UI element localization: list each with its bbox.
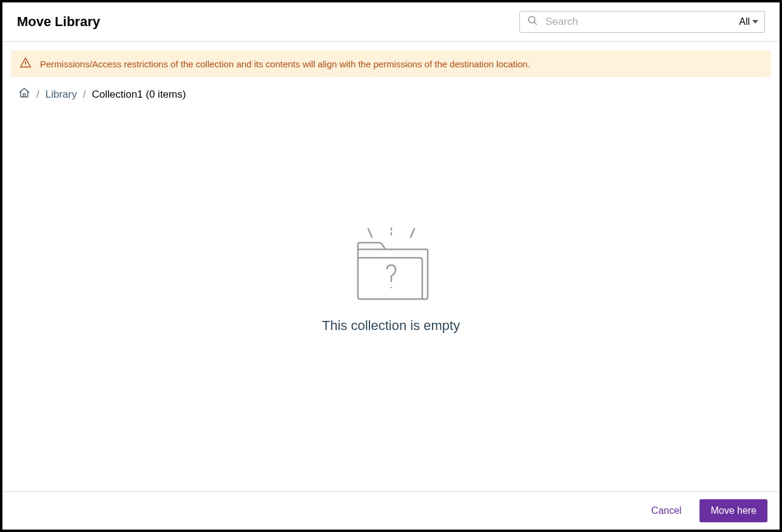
search-filter-label: All [739,16,750,27]
search-filter-dropdown[interactable]: All [739,16,758,27]
svg-point-3 [25,65,25,66]
empty-folder-icon [352,226,431,305]
breadcrumb-current: Collection1 (0 items) [92,89,186,101]
warning-icon [19,56,32,71]
warning-banner: Permissions/Access restrictions of the c… [11,50,771,77]
search-icon [527,15,538,29]
breadcrumb-separator: / [83,89,86,101]
home-icon[interactable] [18,87,30,102]
svg-line-4 [368,229,372,237]
modal-header: Move Library All [2,2,780,42]
breadcrumb-separator: / [36,89,39,101]
breadcrumb: / Library / Collection1 (0 items) [2,83,780,108]
search-input[interactable] [545,16,739,28]
breadcrumb-library-link[interactable]: Library [46,89,77,101]
svg-line-6 [411,229,414,237]
svg-line-1 [534,22,537,25]
cancel-button[interactable]: Cancel [644,500,689,521]
warning-text: Permissions/Access restrictions of the c… [40,59,530,69]
caret-down-icon [752,16,758,27]
empty-message: This collection is empty [322,318,460,334]
move-here-button[interactable]: Move here [699,499,767,522]
modal-title: Move Library [17,14,100,30]
svg-point-7 [390,287,391,288]
modal-footer: Cancel Move here [2,491,780,530]
svg-point-0 [528,16,535,23]
content-area: This collection is empty [2,108,780,491]
search-bar[interactable]: All [519,11,765,33]
move-library-modal: Move Library All Permissions/Access rest… [2,2,780,530]
